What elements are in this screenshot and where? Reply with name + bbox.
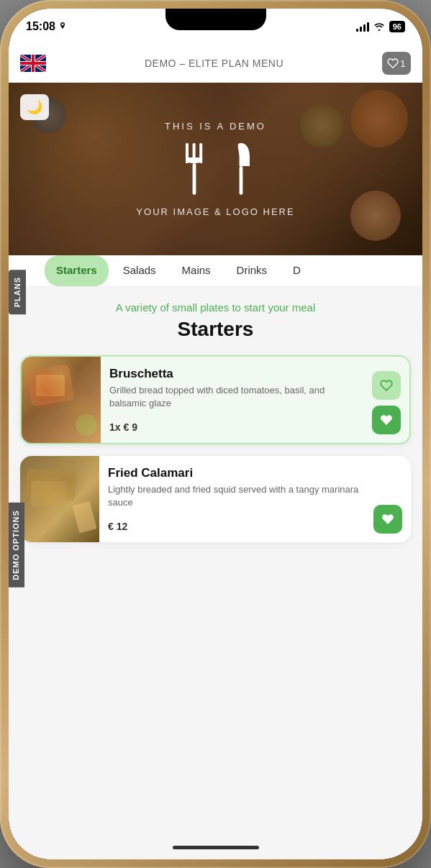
- section-title: Starters: [20, 318, 411, 341]
- tab-more[interactable]: D: [281, 255, 312, 286]
- status-bar: 15:08 96: [9, 9, 422, 45]
- calamari-price: € 12: [108, 521, 365, 532]
- wifi-icon: [373, 22, 385, 31]
- phone-inner: 15:08 96: [9, 9, 422, 859]
- bruschetta-name: Bruschetta: [109, 367, 363, 381]
- dark-mode-toggle[interactable]: 🌙: [20, 94, 49, 120]
- calamari-heart-icon: [381, 513, 394, 526]
- svg-rect-5: [239, 166, 242, 195]
- food-decoration-2: [300, 104, 343, 147]
- status-time: 15:08: [26, 20, 67, 33]
- calamari-image: [20, 456, 99, 542]
- calamari-info: Fried Calamari Lightly breaded and fried…: [99, 456, 373, 542]
- hero-demo-label: THIS IS A DEMO: [165, 121, 266, 132]
- food-decoration-3: [350, 191, 401, 241]
- heart-filled-icon: [380, 414, 393, 426]
- calamari-name: Fried Calamari: [108, 466, 365, 480]
- plans-tab[interactable]: PLANS: [9, 270, 26, 314]
- tab-mains[interactable]: Mains: [171, 255, 222, 286]
- language-flag[interactable]: [20, 55, 46, 72]
- screen: 15:08 96: [9, 9, 422, 859]
- hero-banner: 🌙 THIS IS A DEMO: [9, 83, 422, 255]
- content-area: A variety of small plates to start your …: [9, 287, 422, 835]
- status-icons: 96: [356, 21, 405, 32]
- hero-tagline: YOUR IMAGE & LOGO HERE: [136, 206, 294, 217]
- tab-drinks[interactable]: Drinks: [225, 255, 279, 286]
- section-subtitle: A variety of small plates to start your …: [20, 301, 411, 314]
- battery-icon: 96: [389, 21, 405, 32]
- tab-starters[interactable]: Starters: [45, 255, 109, 286]
- cart-icon: [387, 58, 399, 69]
- location-icon: [58, 22, 67, 31]
- bruschetta-add-button[interactable]: [372, 406, 401, 434]
- tab-salads[interactable]: Salads: [112, 255, 168, 286]
- cart-button[interactable]: 1: [382, 52, 411, 75]
- section-content: A variety of small plates to start your …: [9, 287, 422, 568]
- bruschetta-description: Grilled bread topped with diced tomatoes…: [109, 384, 363, 410]
- calamari-actions: [373, 456, 411, 542]
- hero-cutlery: [176, 140, 255, 198]
- home-indicator: [173, 846, 259, 849]
- notch: [165, 9, 266, 30]
- app-header: DEMO – ELITE PLAN MENU 1: [9, 45, 422, 83]
- bottom-bar: [9, 835, 422, 859]
- uk-flag-svg: [20, 55, 46, 72]
- header-title: DEMO – ELITE PLAN MENU: [145, 58, 283, 69]
- menu-card-calamari: Fried Calamari Lightly breaded and fried…: [20, 456, 411, 542]
- bruschetta-info: Bruschetta Grilled bread topped with dic…: [101, 357, 372, 443]
- food-decoration-1: [350, 90, 408, 147]
- signal-icon: [356, 22, 369, 32]
- knife-icon: [227, 140, 255, 198]
- bruschetta-image: [22, 357, 101, 443]
- phone-frame: 15:08 96: [0, 0, 431, 868]
- bruschetta-wishlist-button[interactable]: [372, 371, 401, 400]
- fork-icon: [176, 140, 212, 198]
- calamari-add-button[interactable]: [373, 505, 402, 534]
- bruschetta-actions: [372, 357, 409, 443]
- demo-options-tab[interactable]: DEMO OPTIONS: [9, 503, 24, 588]
- calamari-description: Lightly breaded and fried squid served w…: [108, 483, 365, 509]
- bruschetta-price: 1x € 9: [109, 421, 363, 433]
- category-tabs: Starters Salads Mains Drinks D: [9, 255, 422, 287]
- svg-rect-1: [192, 163, 196, 195]
- menu-card-bruschetta: Bruschetta Grilled bread topped with dic…: [20, 355, 411, 444]
- heart-outline-icon: [380, 379, 393, 392]
